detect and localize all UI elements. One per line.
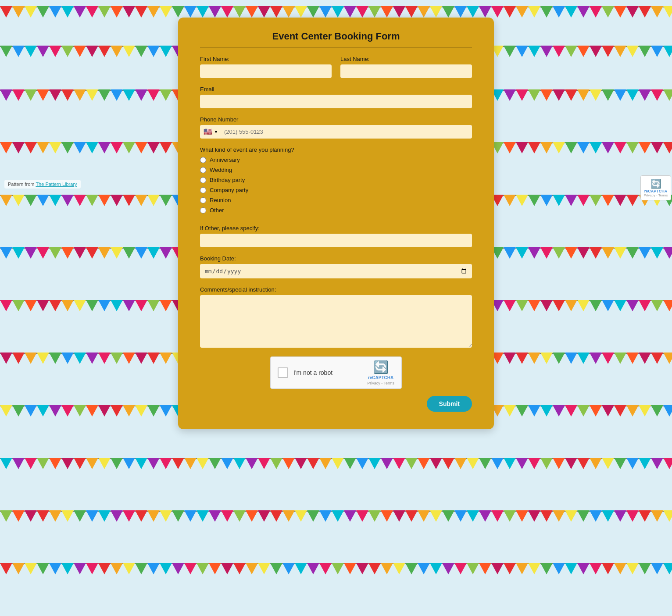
bunting-flag [233, 6, 246, 18]
bunting-flag [37, 405, 49, 417]
bunting-flag [49, 563, 61, 574]
pattern-library-link[interactable]: The Pattern Library [36, 182, 77, 187]
bunting-flag [626, 247, 639, 259]
bunting-flag [86, 142, 98, 153]
bunting-flag [307, 6, 319, 18]
bunting-flag [74, 353, 86, 364]
bunting-flag [86, 458, 98, 469]
bunting-flag [553, 563, 565, 574]
captcha-box[interactable]: I'm not a robot 🔄 reCAPTCHA Privacy - Te… [270, 356, 402, 389]
bunting-flag [577, 46, 590, 57]
bunting-flag [123, 510, 135, 522]
bunting-flag [246, 510, 258, 522]
bunting-flag [565, 458, 577, 469]
bunting-flag [74, 89, 86, 101]
bunting-flag [602, 563, 614, 574]
radio-wedding-input[interactable] [200, 167, 206, 173]
bunting-flag [651, 6, 663, 18]
bunting-flag [319, 510, 332, 522]
bunting-flag [74, 405, 86, 417]
bunting-flag [147, 6, 160, 18]
booking-date-input[interactable] [200, 264, 472, 278]
bunting-flag [491, 510, 504, 522]
bunting-flag [467, 6, 479, 18]
bunting-flag [160, 142, 172, 153]
bunting-flag [147, 46, 160, 57]
bunting-flag [209, 458, 221, 469]
bunting-flag [356, 6, 368, 18]
submit-button[interactable]: Submit [427, 396, 472, 412]
bunting-flag [602, 142, 614, 153]
bunting-flag [577, 142, 590, 153]
radio-company-input[interactable] [200, 187, 206, 193]
radio-anniversary-input[interactable] [200, 157, 206, 163]
bunting-flag [553, 353, 565, 364]
bunting-flag [602, 46, 614, 57]
bunting-flag [516, 89, 528, 101]
bunting-flag [504, 247, 516, 259]
bunting-flag [651, 563, 663, 574]
bunting-flag [356, 510, 368, 522]
radio-reunion-input[interactable] [200, 197, 206, 203]
last-name-group: Last Name: [340, 56, 472, 78]
bunting-flag [590, 89, 602, 101]
radio-anniversary[interactable]: Anniversary [200, 157, 472, 163]
bunting-flag [504, 510, 516, 522]
bunting-flag [25, 353, 37, 364]
bunting-flag [553, 195, 565, 206]
bunting-flag [516, 247, 528, 259]
captcha-checkbox[interactable] [278, 367, 288, 378]
first-name-input[interactable] [200, 64, 332, 78]
radio-wedding[interactable]: Wedding [200, 167, 472, 173]
bunting-flag [651, 405, 663, 417]
bunting-flag [663, 89, 672, 101]
bunting-flag [332, 6, 344, 18]
bunting-flag [577, 195, 590, 206]
submit-row: Submit [200, 396, 472, 412]
bunting-flag [12, 142, 25, 153]
radio-birthday-input[interactable] [200, 177, 206, 183]
bunting-flag [418, 458, 430, 469]
radio-other-input[interactable] [200, 207, 206, 214]
comments-input[interactable] [200, 295, 472, 348]
bunting-flag [37, 195, 49, 206]
bunting-flag [614, 6, 626, 18]
bunting-flag [74, 6, 86, 18]
bunting-flag [319, 458, 332, 469]
bunting-flag [590, 563, 602, 574]
bunting-flag [123, 6, 135, 18]
bunting-flag [540, 405, 553, 417]
bunting-flag [258, 510, 270, 522]
recaptcha-side-badge: 🔄 reCAPTCHA Privacy - Terms [640, 175, 671, 200]
radio-birthday[interactable]: Birthday party [200, 177, 472, 183]
bunting-flag [86, 6, 98, 18]
radio-birthday-label: Birthday party [210, 177, 245, 183]
radio-company[interactable]: Company party [200, 187, 472, 193]
bunting-flag [233, 563, 246, 574]
last-name-input[interactable] [340, 64, 472, 78]
bunting-flag [553, 510, 565, 522]
bunting-flag [49, 6, 61, 18]
bunting-flag [602, 405, 614, 417]
bunting-flag [491, 563, 504, 574]
bunting-flag [381, 510, 393, 522]
phone-input[interactable] [222, 125, 472, 139]
bunting-flag [147, 458, 160, 469]
radio-other[interactable]: Other [200, 207, 472, 214]
bunting-flag [172, 563, 184, 574]
bunting-flag [651, 458, 663, 469]
bunting-flag [626, 6, 639, 18]
bunting-flag [540, 563, 553, 574]
bunting-flag [111, 195, 123, 206]
bunting-flag [504, 563, 516, 574]
bunting-flag [565, 142, 577, 153]
bunting-flag [86, 195, 98, 206]
bunting-flag [614, 247, 626, 259]
phone-flag[interactable]: 🇺🇸 ▼ [200, 128, 222, 136]
captcha-right: 🔄 reCAPTCHA Privacy - Terms [367, 360, 394, 385]
radio-reunion[interactable]: Reunion [200, 197, 472, 203]
other-specify-input[interactable] [200, 234, 472, 247]
email-input[interactable] [200, 95, 472, 108]
bunting-flag [626, 89, 639, 101]
bunting-flag [233, 458, 246, 469]
